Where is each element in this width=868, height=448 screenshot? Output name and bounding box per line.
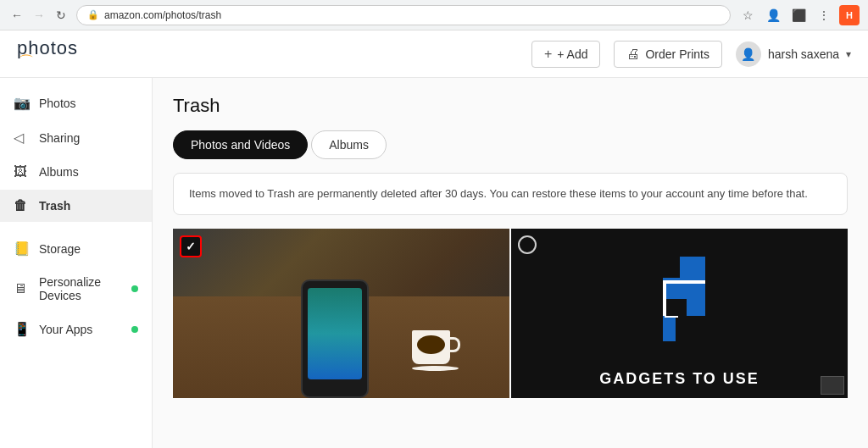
address-bar[interactable]: 🔒 amazon.com/photos/trash xyxy=(76,5,731,25)
logo-arrow: ⌒ xyxy=(17,54,78,69)
sidebar-item-label: Storage xyxy=(39,242,81,256)
forward-button[interactable]: → xyxy=(31,7,47,24)
device-icon: 🖥 xyxy=(14,281,31,296)
personalize-devices-dot xyxy=(131,285,138,292)
photo-2-checkbox[interactable] xyxy=(518,235,537,254)
apps-icon: 📱 xyxy=(14,321,31,337)
sidebar-item-label: Sharing xyxy=(39,131,80,145)
your-apps-dot xyxy=(131,326,138,333)
url-text: amazon.com/photos/trash xyxy=(104,9,221,21)
sidebar-item-label: Photos xyxy=(39,97,76,110)
avatar: 👤 xyxy=(736,41,761,67)
main-area: 📷 Photos ◁ Sharing 🖼 Albums 🗑 Trash 📒 St… xyxy=(0,78,868,448)
tab-bar: Photos and Videos Albums xyxy=(173,130,848,159)
reload-button[interactable]: ↻ xyxy=(53,7,70,24)
tab-albums[interactable]: Albums xyxy=(311,130,387,159)
coffee-cup xyxy=(412,330,459,373)
phone-shape xyxy=(301,279,369,398)
lock-icon: 🔒 xyxy=(87,9,99,20)
corner-thumb xyxy=(821,376,844,395)
sidebar-item-personalize-devices[interactable]: 🖥 Personalize Devices xyxy=(0,267,152,311)
cup-body xyxy=(412,330,450,364)
cup-handle xyxy=(448,337,460,352)
sidebar-item-storage[interactable]: 📒 Storage xyxy=(0,232,152,265)
order-prints-label: Order Prints xyxy=(645,47,709,61)
sidebar-item-albums[interactable]: 🖼 Albums xyxy=(0,156,152,188)
svg-rect-10 xyxy=(663,280,705,284)
sidebar-item-label: Personalize Devices xyxy=(39,275,138,302)
svg-rect-9 xyxy=(663,299,687,316)
info-text: Items moved to Trash are permanently del… xyxy=(189,187,808,200)
photo-item-2[interactable]: GADGETS TO USE xyxy=(511,229,848,398)
printer-icon: 🖨 xyxy=(626,47,640,62)
back-button[interactable]: ← xyxy=(8,7,25,24)
add-label: + Add xyxy=(557,47,587,61)
photos-icon: 📷 xyxy=(14,95,31,111)
photo-grid: GADGETS TO USE xyxy=(173,229,848,398)
albums-icon: 🖼 xyxy=(14,164,31,180)
gadgets-logo-graphic xyxy=(511,229,848,370)
photo-1-checkbox[interactable] xyxy=(180,235,202,257)
gadgets-logo: GADGETS TO USE xyxy=(511,229,848,398)
photo-item-1[interactable] xyxy=(173,229,509,398)
sidebar-item-sharing[interactable]: ◁ Sharing xyxy=(0,121,152,154)
sidebar: 📷 Photos ◁ Sharing 🖼 Albums 🗑 Trash 📒 St… xyxy=(0,78,153,448)
ext-badge: H xyxy=(839,5,860,25)
app-logo: photos ⌒ xyxy=(17,39,78,69)
add-button[interactable]: + + Add xyxy=(531,41,601,68)
settings-button[interactable]: ⋮ xyxy=(814,5,834,25)
sidebar-item-trash[interactable]: 🗑 Trash xyxy=(0,190,152,222)
gadgets-logo-text: GADGETS TO USE xyxy=(599,370,760,388)
browser-chrome: ← → ↻ 🔒 amazon.com/photos/trash ☆ 👤 ⬛ ⋮ … xyxy=(0,0,868,30)
app-container: photos ⌒ + + Add 🖨 Order Prints 👤 harsh … xyxy=(0,30,868,448)
order-prints-button[interactable]: 🖨 Order Prints xyxy=(614,41,721,68)
phone-screen xyxy=(308,288,362,379)
cup-saucer xyxy=(412,366,459,371)
sidebar-item-label: Your Apps xyxy=(39,323,92,336)
sidebar-item-label: Albums xyxy=(39,165,79,179)
sidebar-spacer xyxy=(0,224,152,230)
browser-actions: ☆ 👤 ⬛ ⋮ H xyxy=(737,5,860,25)
info-banner: Items moved to Trash are permanently del… xyxy=(173,173,848,215)
sharing-icon: ◁ xyxy=(14,130,31,146)
content-area: Trash Photos and Videos Albums Items mov… xyxy=(153,78,868,448)
tab-photos-videos[interactable]: Photos and Videos xyxy=(173,130,308,159)
app-header: photos ⌒ + + Add 🖨 Order Prints 👤 harsh … xyxy=(0,30,868,78)
chevron-down-icon: ▾ xyxy=(846,48,851,60)
svg-rect-11 xyxy=(663,280,666,316)
extensions-button[interactable]: ⬛ xyxy=(788,5,809,25)
profile-button[interactable]: 👤 xyxy=(763,5,783,25)
sidebar-item-your-apps[interactable]: 📱 Your Apps xyxy=(0,312,152,346)
page-title: Trash xyxy=(173,95,848,117)
nav-buttons: ← → ↻ xyxy=(8,7,70,24)
user-name: harsh saxena xyxy=(768,47,839,61)
sidebar-item-label: Trash xyxy=(39,199,70,213)
bookmark-button[interactable]: ☆ xyxy=(737,5,758,25)
trash-icon: 🗑 xyxy=(14,198,31,213)
user-area[interactable]: 👤 harsh saxena ▾ xyxy=(736,41,851,67)
sidebar-item-photos[interactable]: 📷 Photos xyxy=(0,86,152,119)
svg-rect-7 xyxy=(705,257,722,341)
g-logo-svg xyxy=(629,248,731,350)
header-actions: + + Add 🖨 Order Prints 👤 harsh saxena ▾ xyxy=(531,41,851,68)
cup-coffee xyxy=(417,335,445,354)
plus-icon: + xyxy=(544,47,552,62)
storage-icon: 📒 xyxy=(14,241,31,257)
